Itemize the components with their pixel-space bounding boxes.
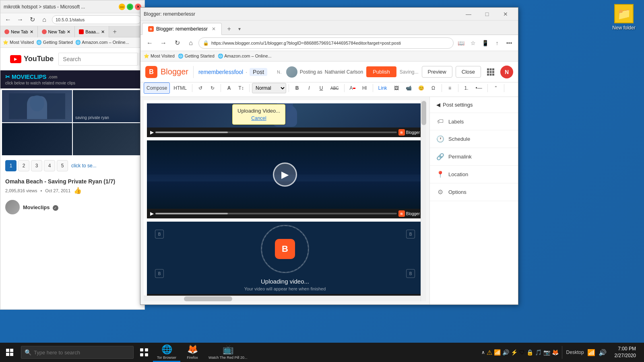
- progress-bar-2[interactable]: [155, 213, 397, 214]
- taskbar-search[interactable]: 🔍: [21, 346, 134, 359]
- bl-back-button[interactable]: ←: [144, 37, 156, 49]
- schedule-item[interactable]: 🕐 Schedule: [430, 130, 518, 148]
- bl-forward-button[interactable]: →: [157, 37, 169, 49]
- more-tools-icon[interactable]: •••: [504, 37, 515, 49]
- font-size-button[interactable]: T↕: [235, 82, 247, 94]
- bookmark-getting-started[interactable]: 🌐 Getting Started: [36, 40, 73, 45]
- editor-area[interactable]: Uploading Video... Cancel: [140, 97, 429, 304]
- search-input[interactable]: [59, 56, 137, 62]
- bullet-list-button[interactable]: •—: [473, 82, 485, 94]
- redo-button[interactable]: ↻: [207, 82, 218, 94]
- volume-icon[interactable]: 🔊: [599, 349, 607, 356]
- bl-editor-close-button[interactable]: Close: [456, 66, 481, 78]
- share-icon[interactable]: ↑: [491, 37, 503, 49]
- bold-button[interactable]: B: [291, 82, 303, 94]
- scrollbar-thumb[interactable]: [421, 101, 426, 125]
- bl-tab-close[interactable]: ✕: [212, 26, 216, 32]
- forward-button[interactable]: →: [14, 14, 26, 25]
- bl-new-tab-button[interactable]: +: [223, 23, 235, 35]
- link-button[interactable]: Link: [376, 82, 390, 94]
- location-item[interactable]: 📍 Location: [430, 166, 518, 183]
- permalink-item[interactable]: 🔗 Permalink: [430, 148, 518, 166]
- undo-button[interactable]: ↺: [195, 82, 206, 94]
- yt-address-bar[interactable]: 10.5.0.1/status: [52, 15, 141, 24]
- yt-search-box[interactable]: 🔍: [58, 53, 144, 66]
- firefox-taskbar[interactable]: 🦊 Firefox: [180, 343, 204, 362]
- task-view-button[interactable]: [135, 343, 153, 362]
- bl-close-button[interactable]: ✕: [496, 8, 515, 21]
- bookmark-page-icon[interactable]: ☆: [467, 37, 479, 49]
- minimize-button[interactable]: —: [119, 4, 125, 10]
- page-3[interactable]: 3: [31, 160, 42, 171]
- bl-minimize-button[interactable]: —: [459, 8, 478, 21]
- emoji-button[interactable]: 😊: [415, 82, 427, 94]
- tab-list-button[interactable]: ▾: [235, 23, 244, 35]
- network-icon[interactable]: 📶: [587, 349, 595, 356]
- editor-inner[interactable]: Uploading Video... Cancel: [144, 100, 426, 301]
- page-1[interactable]: 1: [5, 160, 17, 171]
- text-color-button[interactable]: A: [347, 82, 358, 94]
- bl-bookmark-amazon[interactable]: 🌐 Amazon.com – Online...: [218, 53, 272, 59]
- compose-button[interactable]: Compose: [144, 82, 170, 94]
- refresh-button[interactable]: ↻: [26, 14, 38, 25]
- scrollbar-thumb-h[interactable]: [184, 296, 232, 301]
- bl-tab-1[interactable]: B Blogger: rememberlessr ✕: [142, 23, 222, 35]
- taskbar-search-input[interactable]: [34, 350, 130, 356]
- options-item[interactable]: ⚙ Options: [430, 183, 518, 201]
- page-2[interactable]: 2: [18, 160, 29, 171]
- editor-scrollbar-horizontal[interactable]: [144, 296, 421, 301]
- underline-button[interactable]: U: [316, 82, 327, 94]
- show-hidden-icons[interactable]: ∧: [481, 350, 485, 355]
- page-4[interactable]: 4: [44, 160, 55, 171]
- bl-bookmark-most-visited[interactable]: ⭐ Most Visited: [144, 53, 175, 59]
- home-button[interactable]: ⌂: [38, 14, 50, 25]
- progress-bar-1[interactable]: [155, 132, 397, 133]
- cancel-upload-link[interactable]: Cancel: [237, 115, 280, 121]
- back-button[interactable]: ←: [2, 14, 14, 25]
- numbered-list-button[interactable]: 1.: [461, 82, 472, 94]
- synced-tabs-icon[interactable]: 📱: [479, 37, 491, 49]
- tab-close-3[interactable]: ✕: [101, 29, 105, 35]
- bl-home-button[interactable]: ⌂: [185, 37, 197, 49]
- bookmark-amazon[interactable]: 🌐 Amazon.com – Online...: [75, 40, 129, 45]
- movie-thumb-3[interactable]: [2, 123, 72, 155]
- watch-taskbar[interactable]: 📺 Watch The Red Pill 20...: [204, 343, 252, 362]
- bookmark-most-visited[interactable]: ⭐ Most Visited: [3, 40, 34, 45]
- movie-thumb-1[interactable]: [2, 90, 72, 122]
- html-button[interactable]: HTML: [171, 82, 190, 94]
- tab-close-2[interactable]: ✕: [67, 29, 70, 35]
- bl-address-bar[interactable]: 🔒 https://www.blogger.com/u/1/blogger.g?…: [198, 37, 454, 49]
- apps-icon[interactable]: [484, 66, 497, 78]
- tor-browser-taskbar[interactable]: 🌐 Tor Browser: [153, 343, 180, 362]
- movie-thumb-4[interactable]: [73, 123, 143, 155]
- new-folder-icon[interactable]: 📁 New folder: [608, 4, 640, 31]
- play-button-1[interactable]: ▶: [150, 130, 154, 135]
- align-button[interactable]: ≡: [444, 82, 456, 94]
- video-button[interactable]: 📹: [403, 82, 415, 94]
- preview-button[interactable]: Preview: [422, 66, 452, 78]
- quote-button[interactable]: ": [490, 82, 502, 94]
- new-tab-button[interactable]: +: [109, 26, 120, 37]
- editor-scrollbar[interactable]: [421, 100, 426, 301]
- breadcrumb-site[interactable]: rememberlessfool: [198, 69, 243, 75]
- format-select[interactable]: Normal Heading 1 Heading 2 Heading 3: [252, 83, 286, 93]
- tab-close-1[interactable]: ✕: [30, 29, 33, 35]
- system-clock[interactable]: 7:00 PM 2/27/2020: [610, 346, 641, 359]
- start-button[interactable]: [0, 343, 19, 362]
- play-ctrl-2[interactable]: ▶: [150, 211, 154, 216]
- bl-bookmark-getting-started[interactable]: 🌐 Getting Started: [178, 53, 215, 59]
- maximize-button[interactable]: □: [127, 4, 133, 10]
- yt-tab-3[interactable]: Baaa... ✕: [75, 26, 109, 37]
- bl-maximize-button[interactable]: □: [478, 8, 496, 21]
- user-avatar[interactable]: N: [500, 66, 513, 78]
- yt-tab-2[interactable]: New Tab ✕: [38, 26, 75, 37]
- play-button-2[interactable]: ▶: [273, 162, 297, 187]
- yt-tab-1[interactable]: New Tab ✕: [0, 26, 38, 37]
- special-char-button[interactable]: Ω: [428, 82, 439, 94]
- publish-button[interactable]: Publish: [366, 66, 396, 77]
- strikethrough-button[interactable]: ABC: [328, 82, 342, 94]
- show-desktop-button[interactable]: [641, 343, 644, 362]
- like-button[interactable]: 👍: [74, 187, 82, 194]
- page-5[interactable]: 5: [57, 160, 68, 171]
- labels-item[interactable]: 🏷 Labels: [430, 113, 518, 130]
